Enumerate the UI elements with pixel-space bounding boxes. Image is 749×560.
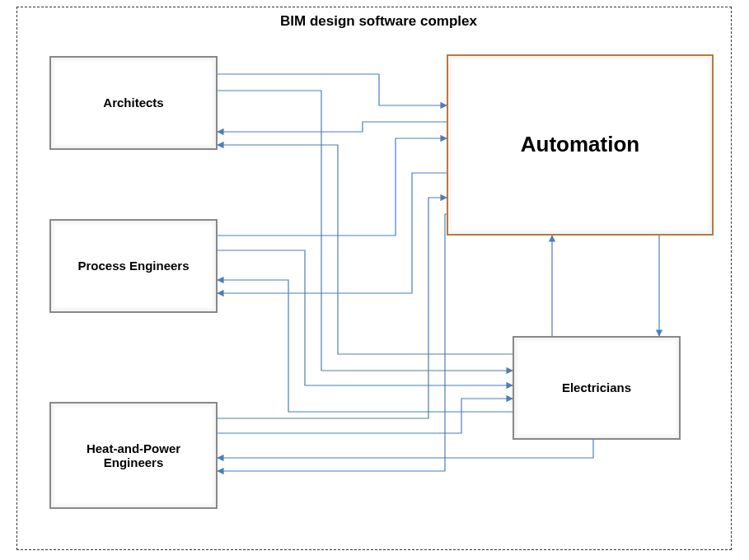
node-process-engineers-label: Process Engineers (73, 259, 194, 273)
node-automation-label: Automation (516, 133, 644, 157)
node-heat-power: Heat-and-Power Engineers (49, 402, 218, 509)
node-heat-power-label: Heat-and-Power Engineers (51, 441, 216, 470)
node-automation: Automation (447, 54, 714, 236)
node-architects-label: Architects (98, 96, 168, 110)
diagram-title: BIM design software complex (280, 13, 477, 30)
node-architects: Architects (49, 56, 218, 150)
node-electricians-label: Electricians (557, 380, 636, 394)
node-electricians: Electricians (513, 336, 681, 440)
diagram-canvas: BIM design software complex Architects P… (0, 0, 749, 560)
node-process-engineers: Process Engineers (49, 219, 218, 313)
